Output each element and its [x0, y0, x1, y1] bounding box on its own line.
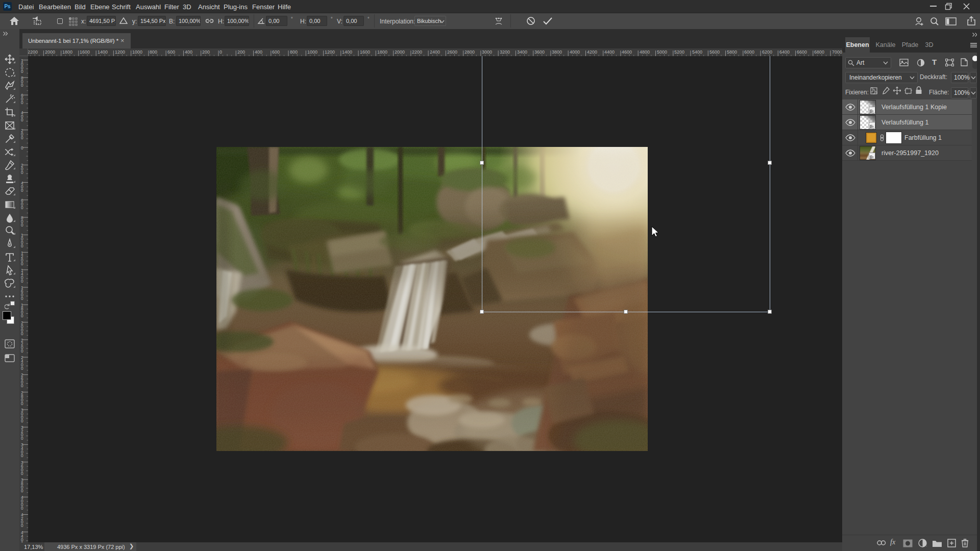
svg-text:0: 0: [21, 146, 23, 151]
svg-text:0: 0: [21, 118, 23, 122]
svg-text:1200: 1200: [115, 49, 125, 55]
svg-text:4600: 4600: [622, 49, 632, 55]
svg-text:5800: 5800: [727, 49, 737, 55]
svg-text:2000: 2000: [45, 49, 55, 55]
svg-text:0: 0: [21, 332, 23, 336]
svg-text:0: 0: [21, 506, 23, 511]
svg-text:2800: 2800: [464, 49, 475, 55]
svg-text:0: 0: [21, 471, 23, 476]
svg-text:400: 400: [185, 49, 192, 55]
svg-text:0: 0: [21, 436, 23, 441]
svg-text:0: 0: [21, 454, 23, 458]
svg-text:0: 0: [21, 223, 23, 228]
svg-text:1400: 1400: [97, 49, 108, 55]
svg-text:0: 0: [21, 69, 23, 74]
svg-text:3000: 3000: [482, 49, 492, 55]
svg-text:0: 0: [21, 489, 23, 493]
svg-text:0: 0: [21, 402, 23, 406]
svg-text:0: 0: [21, 188, 23, 193]
svg-text:200: 200: [237, 49, 245, 55]
svg-text:1400: 1400: [342, 49, 352, 55]
svg-text:6400: 6400: [779, 49, 790, 55]
svg-text:1000: 1000: [132, 49, 142, 55]
svg-text:2000: 2000: [395, 49, 405, 55]
svg-text:0: 0: [21, 83, 23, 88]
svg-text:0: 0: [21, 366, 23, 371]
svg-text:800: 800: [150, 49, 157, 55]
svg-text:1000: 1000: [307, 49, 317, 55]
svg-text:4200: 4200: [587, 49, 597, 55]
svg-text:0: 0: [219, 49, 222, 55]
svg-text:800: 800: [290, 49, 298, 55]
svg-text:0: 0: [21, 349, 23, 354]
svg-text:0: 0: [21, 384, 23, 388]
svg-text:0: 0: [21, 136, 23, 140]
svg-text:5200: 5200: [674, 49, 684, 55]
svg-text:0: 0: [21, 101, 23, 105]
svg-text:2400: 2400: [430, 49, 440, 55]
svg-text:2600: 2600: [447, 49, 457, 55]
svg-text:5600: 5600: [709, 49, 720, 55]
svg-text:0: 0: [21, 170, 23, 175]
svg-text:3200: 3200: [500, 49, 510, 55]
svg-text:1800: 1800: [377, 49, 387, 55]
svg-text:6600: 6600: [797, 49, 807, 55]
svg-text:600: 600: [167, 49, 175, 55]
svg-text:5400: 5400: [692, 49, 702, 55]
svg-text:1200: 1200: [325, 49, 335, 55]
svg-text:0: 0: [21, 296, 23, 301]
svg-text:6000: 6000: [744, 49, 754, 55]
svg-text:0: 0: [21, 206, 23, 210]
svg-text:0: 0: [21, 419, 23, 423]
svg-text:5000: 5000: [657, 49, 667, 55]
svg-text:3600: 3600: [534, 49, 545, 55]
svg-text:1600: 1600: [80, 49, 90, 55]
svg-text:1600: 1600: [360, 49, 370, 55]
svg-text:4400: 4400: [604, 49, 615, 55]
svg-text:0: 0: [21, 314, 23, 318]
svg-text:4800: 4800: [640, 49, 650, 55]
svg-text:2200: 2200: [412, 49, 422, 55]
svg-text:3400: 3400: [517, 49, 527, 55]
svg-text:0: 0: [21, 262, 23, 266]
svg-text:3800: 3800: [552, 49, 562, 55]
svg-text:1800: 1800: [62, 49, 72, 55]
svg-text:0: 0: [21, 279, 23, 284]
svg-text:0: 0: [21, 244, 23, 248]
svg-text:600: 600: [272, 49, 280, 55]
svg-text:400: 400: [255, 49, 262, 55]
svg-text:2200: 2200: [28, 49, 38, 55]
svg-text:7000: 7000: [832, 49, 842, 55]
svg-text:6800: 6800: [814, 49, 824, 55]
svg-text:0: 0: [21, 523, 23, 528]
svg-text:6200: 6200: [762, 49, 772, 55]
svg-text:4000: 4000: [570, 49, 580, 55]
svg-text:200: 200: [202, 49, 210, 55]
